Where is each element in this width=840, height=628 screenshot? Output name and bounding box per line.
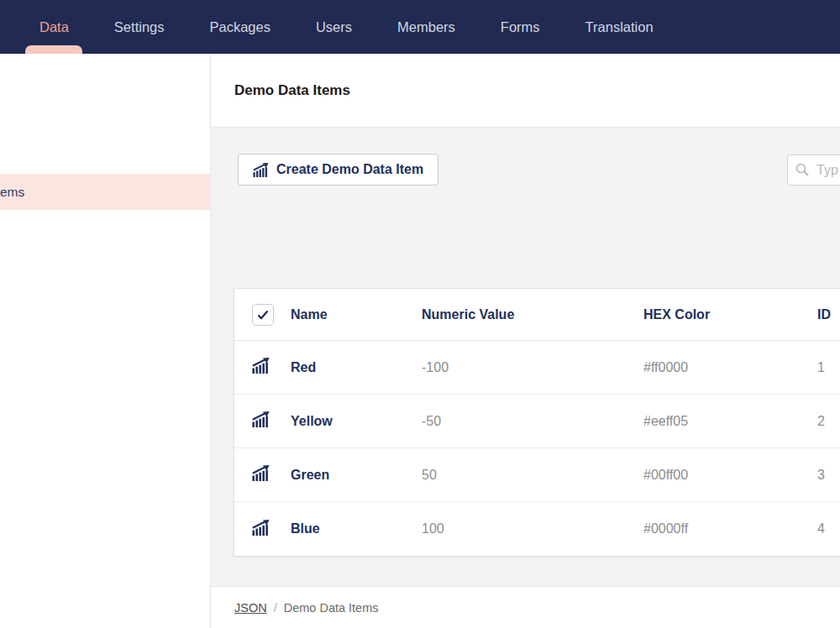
cell-id: 1 — [817, 360, 840, 375]
cell-name: Green — [291, 468, 422, 483]
column-header-numeric-value[interactable]: Numeric Value — [422, 307, 643, 322]
table-header-row: Name Numeric Value HEX Color ID — [234, 289, 840, 341]
row-icon-cell — [234, 520, 291, 539]
cell-id: 3 — [817, 468, 840, 483]
footer-breadcrumb-bar: JSON / Demo Data Items — [211, 586, 840, 628]
checkmark-icon — [256, 308, 270, 322]
chart-increasing-icon[interactable] — [252, 465, 270, 481]
active-tab-indicator — [25, 45, 82, 54]
chart-increasing-icon[interactable] — [252, 520, 270, 536]
content-area: Create Demo Data Item Name Numeric Value… — [211, 128, 840, 586]
table-row: Yellow -50 #eeff05 2 — [234, 395, 840, 448]
nav-item-members[interactable]: Members — [397, 19, 455, 35]
page-title: Demo Data Items — [234, 82, 350, 99]
cell-id: 4 — [817, 521, 840, 536]
select-all-checkbox[interactable] — [252, 304, 274, 326]
nav-item-users[interactable]: Users — [316, 19, 352, 35]
cell-numeric-value: -50 — [422, 414, 643, 429]
search-box — [787, 154, 840, 186]
page-header: Demo Data Items — [211, 54, 840, 128]
select-all-cell — [234, 304, 291, 326]
column-header-id[interactable]: ID — [817, 307, 840, 322]
cell-numeric-value: 50 — [422, 468, 643, 483]
row-icon-cell — [234, 411, 291, 431]
table-row: Green 50 #00ff00 3 — [234, 448, 840, 502]
sidebar-item-demo-data-items[interactable]: ems — [0, 174, 210, 210]
sidebar: ems — [0, 54, 211, 628]
app-body: ems Demo Data Items Create Demo Data Ite… — [0, 54, 840, 628]
nav-item-settings[interactable]: Settings — [114, 19, 165, 35]
breadcrumb-link-json[interactable]: JSON — [234, 601, 267, 615]
cell-hex-color: #00ff00 — [643, 468, 817, 483]
nav-item-forms[interactable]: Forms — [501, 19, 540, 35]
chart-increasing-icon[interactable] — [252, 411, 270, 427]
nav-item-translation[interactable]: Translation — [585, 19, 654, 35]
row-icon-cell — [234, 465, 291, 484]
table-row: Red -100 #ff0000 1 — [234, 341, 840, 395]
main-area: Demo Data Items Create Demo Data Item — [211, 54, 840, 628]
table-row: Blue 100 #0000ff 4 — [234, 502, 840, 556]
cell-hex-color: #ff0000 — [643, 360, 817, 375]
create-button-label: Create Demo Data Item — [276, 162, 423, 177]
column-header-name[interactable]: Name — [291, 307, 422, 322]
breadcrumb-current: Demo Data Items — [284, 601, 379, 615]
cell-name: Blue — [291, 521, 422, 536]
top-navbar: Data Settings Packages Users Members For… — [0, 0, 840, 54]
nav-item-packages[interactable]: Packages — [209, 19, 270, 35]
cell-hex-color: #eeff05 — [643, 414, 817, 429]
cell-name: Yellow — [291, 414, 422, 429]
nav-item-data[interactable]: Data — [39, 19, 69, 35]
create-demo-data-item-button[interactable]: Create Demo Data Item — [238, 154, 438, 186]
breadcrumb-separator: / — [274, 601, 277, 615]
cell-name: Red — [291, 360, 422, 375]
chart-increasing-icon[interactable] — [252, 358, 270, 374]
row-icon-cell — [234, 358, 291, 377]
cell-numeric-value: 100 — [422, 521, 643, 536]
sidebar-item-label: ems — [0, 185, 24, 200]
search-input[interactable] — [787, 154, 840, 186]
cell-numeric-value: -100 — [422, 360, 643, 375]
column-header-hex-color[interactable]: HEX Color — [643, 307, 817, 322]
cell-id: 2 — [817, 414, 840, 429]
cell-hex-color: #0000ff — [643, 521, 817, 536]
chart-increasing-icon — [253, 163, 269, 177]
data-table: Name Numeric Value HEX Color ID Red -100… — [234, 288, 840, 557]
